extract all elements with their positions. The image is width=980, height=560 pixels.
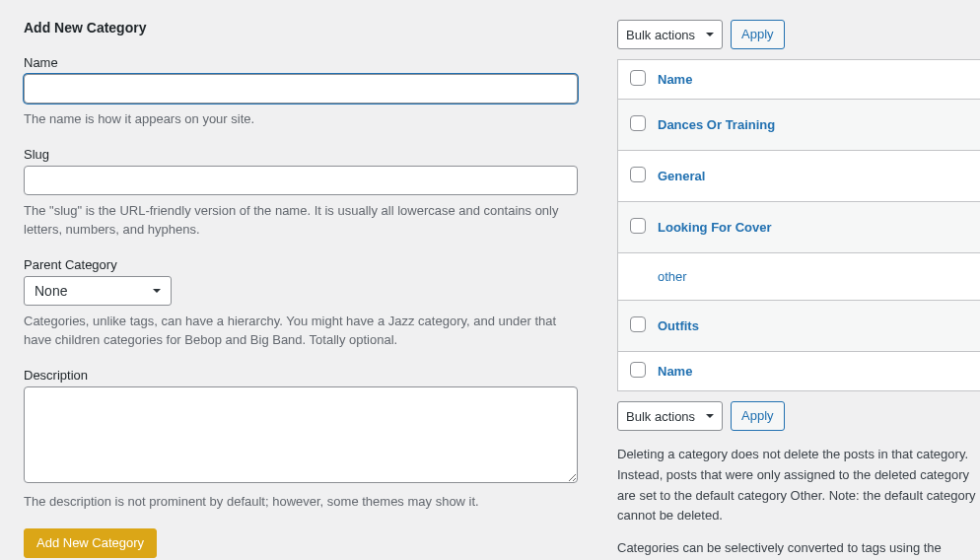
table-row: Dances Or Training xyxy=(618,100,980,151)
bulk-actions-bottom-select[interactable]: Bulk actions xyxy=(617,401,723,431)
category-link[interactable]: other xyxy=(658,269,687,284)
table-row: Looking For Cover xyxy=(618,202,980,253)
description-textarea[interactable] xyxy=(24,386,578,483)
category-link[interactable]: Looking For Cover xyxy=(658,220,772,235)
column-header-name: Name xyxy=(646,60,980,100)
table-row: Outfits xyxy=(618,301,980,352)
category-link[interactable]: General xyxy=(658,169,705,183)
parent-label: Parent Category xyxy=(24,257,578,272)
apply-bottom-button[interactable]: Apply xyxy=(731,401,785,431)
parent-desc: Categories, unlike tags, can have a hier… xyxy=(24,312,578,350)
slug-label: Slug xyxy=(24,147,578,162)
name-label: Name xyxy=(24,55,578,70)
bulk-actions-top-select[interactable]: Bulk actions xyxy=(617,20,723,49)
table-row: other xyxy=(618,253,980,301)
row-checkbox[interactable] xyxy=(630,218,646,234)
table-row: General xyxy=(618,151,980,202)
row-checkbox[interactable] xyxy=(630,115,646,131)
description-desc: The description is not prominent by defa… xyxy=(24,492,578,512)
parent-select[interactable]: None xyxy=(24,276,172,306)
category-link[interactable]: Dances Or Training xyxy=(658,117,775,132)
sort-name-link[interactable]: Name xyxy=(658,72,692,87)
name-desc: The name is how it appears on your site. xyxy=(24,109,578,129)
category-link[interactable]: Outfits xyxy=(658,318,699,333)
page-heading: Add New Category xyxy=(24,20,578,35)
description-label: Description xyxy=(24,368,578,383)
select-all-bottom-checkbox[interactable] xyxy=(630,362,646,378)
slug-desc: The "slug" is the URL-friendly version o… xyxy=(24,201,578,240)
select-all-top-checkbox[interactable] xyxy=(630,70,646,86)
categories-table: Name Dances Or Training General Looking … xyxy=(617,59,980,391)
row-checkbox[interactable] xyxy=(630,167,646,182)
apply-top-button[interactable]: Apply xyxy=(731,20,785,49)
convert-note: Categories can be selectively converted … xyxy=(617,538,980,560)
name-input[interactable] xyxy=(24,74,578,104)
slug-input[interactable] xyxy=(24,166,578,195)
submit-button[interactable]: Add New Category xyxy=(24,528,157,558)
row-checkbox[interactable] xyxy=(630,316,646,332)
sort-name-bottom-link[interactable]: Name xyxy=(658,364,692,379)
delete-note: Deleting a category does not delete the … xyxy=(617,445,980,526)
